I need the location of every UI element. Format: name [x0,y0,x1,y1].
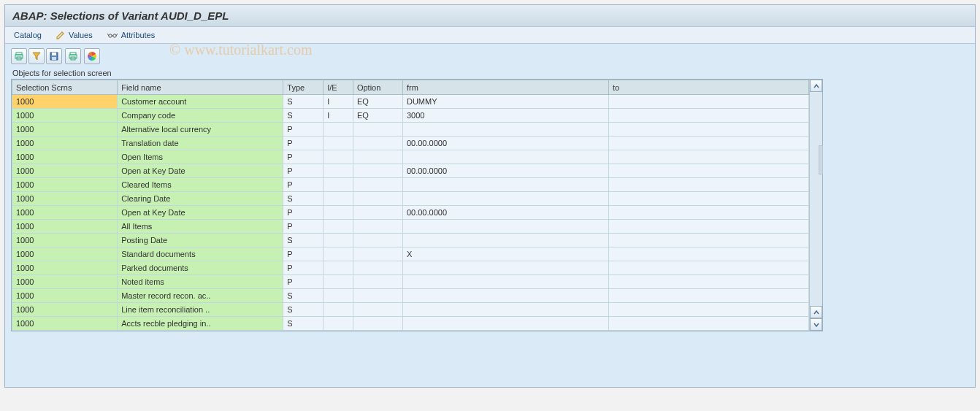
menu-catalog[interactable]: Catalog [14,31,42,39]
cell-to[interactable] [609,261,809,275]
scroll-down-button[interactable] [810,318,822,331]
cell-scrn[interactable]: 1000 [12,261,118,275]
cell-frm[interactable]: 00.00.0000 [402,137,608,150]
cell-to[interactable] [609,109,809,123]
cell-type[interactable]: P [283,123,324,137]
cell-frm[interactable] [402,317,608,331]
cell-type[interactable]: P [283,247,324,261]
cell-type[interactable]: S [283,303,324,317]
cell-scrn[interactable]: 1000 [12,275,118,289]
cell-frm[interactable] [402,303,608,317]
cell-ie[interactable] [324,178,353,192]
cell-field[interactable]: Translation date [118,137,283,150]
cell-ie[interactable] [324,317,353,331]
menu-values[interactable]: Values [56,31,93,39]
cell-option[interactable] [353,192,402,206]
cell-ie[interactable] [324,150,353,164]
table-row[interactable]: 1000Cleared ItemsP [12,178,809,192]
col-type[interactable]: Type [283,80,324,95]
cell-to[interactable] [609,303,809,317]
table-row[interactable]: 1000Open ItemsP [12,150,809,164]
cell-frm[interactable] [402,234,608,247]
cell-option[interactable] [353,261,402,275]
cell-ie[interactable] [324,261,353,275]
col-to[interactable]: to [609,80,809,95]
cell-scrn[interactable]: 1000 [12,247,118,261]
cell-frm[interactable]: 00.00.0000 [402,164,608,178]
cell-frm[interactable] [402,289,608,303]
cell-option[interactable] [353,137,402,150]
cell-field[interactable]: Posting Date [118,234,283,247]
cell-option[interactable] [353,178,402,192]
table-row[interactable]: 1000Customer accountSIEQDUMMY [12,95,809,109]
cell-ie[interactable] [324,289,353,303]
scroll-up2-button[interactable] [810,306,822,318]
cell-to[interactable] [609,234,809,247]
cell-field[interactable]: Cleared Items [118,178,283,192]
table-row[interactable]: 1000Open at Key DateP00.00.0000 [12,206,809,220]
cell-option[interactable] [353,220,402,234]
cell-type[interactable]: S [283,95,324,109]
cell-ie[interactable] [324,247,353,261]
cell-field[interactable]: Line item reconciliation .. [118,303,283,317]
filter-button[interactable] [28,48,45,64]
cell-scrn[interactable]: 1000 [12,137,118,150]
cell-scrn[interactable]: 1000 [12,303,118,317]
cell-type[interactable]: P [283,275,324,289]
scroll-up-button[interactable] [810,80,822,92]
cell-scrn[interactable]: 1000 [12,234,118,247]
cell-field[interactable]: All Items [118,220,283,234]
scroll-grip[interactable] [819,145,823,174]
cell-frm[interactable]: 3000 [402,109,608,123]
cell-to[interactable] [609,137,809,150]
cell-ie[interactable] [324,192,353,206]
print-button[interactable] [11,48,27,64]
cell-frm[interactable] [402,220,608,234]
cell-scrn[interactable]: 1000 [12,164,118,178]
cell-to[interactable] [609,192,809,206]
cell-type[interactable]: S [283,289,324,303]
cell-scrn[interactable]: 1000 [12,289,118,303]
table-row[interactable]: 1000Standard documentsPX [12,247,809,261]
cell-option[interactable] [353,303,402,317]
cell-ie[interactable]: I [324,109,353,123]
cell-frm[interactable] [402,275,608,289]
cell-option[interactable] [353,206,402,220]
cell-option[interactable] [353,275,402,289]
cell-type[interactable]: S [283,109,324,123]
save-button[interactable] [46,48,62,64]
cell-type[interactable]: P [283,178,324,192]
cell-type[interactable]: P [283,261,324,275]
cell-to[interactable] [609,220,809,234]
col-ie[interactable]: I/E [324,80,353,95]
cell-scrn[interactable]: 1000 [12,206,118,220]
table-row[interactable]: 1000Noted itemsP [12,275,809,289]
col-option[interactable]: Option [353,80,402,95]
cell-option[interactable] [353,164,402,178]
table-row[interactable]: 1000Clearing DateS [12,192,809,206]
cell-field[interactable]: Open at Key Date [118,164,283,178]
cell-field[interactable]: Company code [118,109,283,123]
vertical-scrollbar[interactable] [809,80,822,331]
cell-scrn[interactable]: 1000 [12,109,118,123]
cell-frm[interactable] [402,150,608,164]
table-row[interactable]: 1000Line item reconciliation ..S [12,303,809,317]
cell-field[interactable]: Clearing Date [118,192,283,206]
cell-field[interactable]: Master record recon. ac.. [118,289,283,303]
cell-scrn[interactable]: 1000 [12,150,118,164]
cell-frm[interactable]: 00.00.0000 [402,206,608,220]
cell-type[interactable]: S [283,317,324,331]
table-row[interactable]: 1000Accts recble pledging in..S [12,317,809,331]
cell-option[interactable] [353,289,402,303]
cell-option[interactable]: EQ [353,109,402,123]
cell-frm[interactable] [402,123,608,137]
cell-type[interactable]: P [283,220,324,234]
cell-ie[interactable] [324,234,353,247]
menu-attributes[interactable]: Attributes [107,31,155,39]
print2-button[interactable] [65,48,81,64]
cell-type[interactable]: S [283,192,324,206]
cell-to[interactable] [609,206,809,220]
cell-scrn[interactable]: 1000 [12,178,118,192]
cell-field[interactable]: Open at Key Date [118,206,283,220]
col-field-name[interactable]: Field name [118,80,283,95]
